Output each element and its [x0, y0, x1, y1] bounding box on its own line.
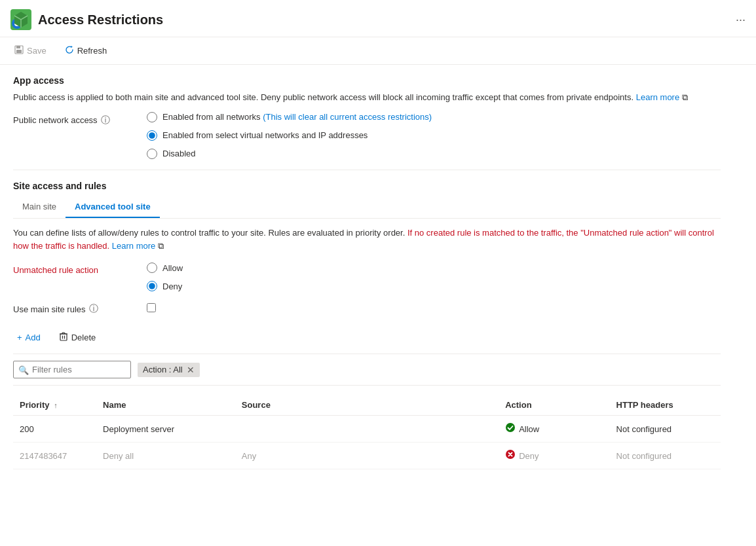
unmatched-allow-label[interactable]: Allow — [162, 263, 183, 273]
refresh-label: Refresh — [77, 46, 107, 56]
rules-table: Priority ↑ Name Source Action HTTP heade… — [13, 395, 721, 469]
table-header: Priority ↑ Name Source Action HTTP heade… — [13, 395, 721, 416]
filter-rules-input[interactable] — [13, 361, 131, 378]
unmatched-deny[interactable]: Deny — [147, 281, 183, 291]
row1-name: Deployment server — [96, 416, 235, 443]
unmatched-allow-input[interactable] — [147, 263, 157, 273]
site-rules-external-icon: ⧉ — [158, 241, 164, 251]
delete-icon — [59, 332, 68, 343]
row2-source: Any — [235, 443, 499, 469]
use-main-site-rules-label: Use main site rules ⓘ — [13, 300, 131, 315]
app-access-desc: Public access is applied to both main si… — [13, 91, 721, 104]
row2-action-label: Deny — [519, 451, 539, 461]
unmatched-rule-label: Unmatched rule action — [13, 263, 131, 275]
row2-name: Deny all — [96, 443, 235, 469]
col-header-source: Source — [235, 395, 499, 416]
filter-tag-close-icon[interactable]: ✕ — [187, 365, 195, 375]
app-access-learn-more[interactable]: Learn more — [636, 92, 679, 102]
svg-rect-4 — [16, 46, 20, 48]
radio-select-label[interactable]: Enabled from select virtual networks and… — [162, 130, 368, 140]
add-button[interactable]: + Add — [13, 329, 45, 346]
site-access-section: Site access and rules Main site Advanced… — [13, 181, 721, 470]
add-label: Add — [26, 333, 41, 342]
col-header-priority: Priority ↑ — [13, 395, 96, 416]
save-icon — [14, 45, 24, 56]
col-header-http-headers: HTTP headers — [610, 395, 721, 416]
row1-action-label: Allow — [519, 424, 539, 434]
priority-sort-icon: ↑ — [54, 401, 58, 409]
filter-row: 🔍 Action : All ✕ — [13, 361, 721, 386]
row2-http-headers: Not configured — [610, 443, 721, 469]
table-body: 200 Deployment server Allow — [13, 416, 721, 469]
unmatched-rule-row: Unmatched rule action Allow Deny — [13, 263, 721, 291]
radio-select-networks[interactable]: Enabled from select virtual networks and… — [147, 130, 432, 141]
col-header-action: Action — [499, 395, 609, 416]
use-main-site-rules-row: Use main site rules ⓘ — [13, 300, 721, 315]
svg-rect-5 — [16, 50, 22, 53]
row1-http-headers: Not configured — [610, 416, 721, 443]
app-icon — [10, 9, 31, 30]
delete-label: Delete — [71, 333, 96, 342]
save-label: Save — [27, 46, 47, 56]
use-main-site-checkbox[interactable] — [147, 303, 156, 312]
filter-tag-label: Action : All — [143, 365, 183, 374]
allow-icon — [505, 422, 516, 435]
app-access-desc-text: Public access is applied to both main si… — [13, 92, 633, 102]
row1-source — [235, 416, 499, 443]
row1-action: Allow — [499, 416, 609, 443]
row1-action-badge: Allow — [505, 422, 603, 435]
radio-disabled-label[interactable]: Disabled — [162, 149, 196, 158]
tab-advanced-tool-site[interactable]: Advanced tool site — [66, 196, 160, 218]
site-access-title: Site access and rules — [13, 181, 721, 191]
row1-priority: 200 — [13, 416, 96, 443]
row2-priority: 2147483647 — [13, 443, 96, 469]
unmatched-deny-label[interactable]: Deny — [162, 282, 182, 291]
filter-tag-action-all: Action : All ✕ — [138, 363, 200, 377]
page-title: Access Restrictions — [38, 12, 729, 27]
external-link-icon: ⧉ — [682, 92, 688, 102]
row2-action: Deny — [499, 443, 609, 469]
filter-input-wrap: 🔍 — [13, 361, 131, 378]
radio-all-networks[interactable]: Enabled from all networks (This will cle… — [147, 112, 432, 122]
public-network-access-row: Public network access ⓘ Enabled from all… — [13, 112, 721, 159]
refresh-icon — [65, 45, 74, 56]
main-content: App access Public access is applied to b… — [0, 65, 734, 480]
search-icon: 🔍 — [18, 365, 29, 374]
add-icon: + — [17, 333, 22, 342]
unmatched-allow[interactable]: Allow — [147, 263, 183, 273]
unmatched-radio-group: Allow Deny — [147, 263, 183, 291]
save-button[interactable]: Save — [10, 43, 50, 59]
site-rules-desc: You can define lists of allow/deny rules… — [13, 227, 721, 254]
use-main-site-checkbox-row — [147, 303, 156, 312]
refresh-button[interactable]: Refresh — [61, 43, 111, 59]
public-network-info-icon[interactable]: ⓘ — [101, 115, 110, 126]
more-options-icon[interactable]: ··· — [736, 13, 746, 27]
deny-icon — [505, 449, 516, 462]
tab-main-site[interactable]: Main site — [13, 196, 66, 218]
section-divider — [13, 170, 721, 170]
radio-all-input[interactable] — [147, 112, 157, 122]
app-access-section: App access Public access is applied to b… — [13, 75, 721, 159]
svg-point-7 — [506, 423, 515, 432]
radio-select-input[interactable] — [147, 130, 157, 141]
table-row[interactable]: 200 Deployment server Allow — [13, 416, 721, 443]
app-access-title: App access — [13, 75, 721, 86]
svg-rect-6 — [60, 334, 67, 340]
table-actions-bar: + Add Delete — [13, 324, 721, 346]
delete-button[interactable]: Delete — [55, 329, 100, 346]
row2-action-badge: Deny — [505, 449, 603, 462]
public-network-radio-group: Enabled from all networks (This will cle… — [147, 112, 432, 159]
site-tabs: Main site Advanced tool site — [13, 196, 721, 219]
unmatched-deny-input[interactable] — [147, 281, 157, 291]
radio-disabled[interactable]: Disabled — [147, 149, 432, 159]
table-top-divider — [13, 354, 721, 354]
col-header-name: Name — [96, 395, 235, 416]
page-header: Access Restrictions ··· — [0, 0, 756, 37]
radio-all-label[interactable]: Enabled from all networks (This will cle… — [162, 112, 432, 122]
radio-disabled-input[interactable] — [147, 149, 157, 159]
table-row[interactable]: 2147483647 Deny all Any Deny — [13, 443, 721, 469]
toolbar: Save Refresh — [0, 37, 756, 65]
site-rules-learn-more[interactable]: Learn more — [112, 241, 155, 251]
public-network-access-label: Public network access ⓘ — [13, 112, 131, 126]
use-main-site-info-icon[interactable]: ⓘ — [89, 303, 98, 315]
